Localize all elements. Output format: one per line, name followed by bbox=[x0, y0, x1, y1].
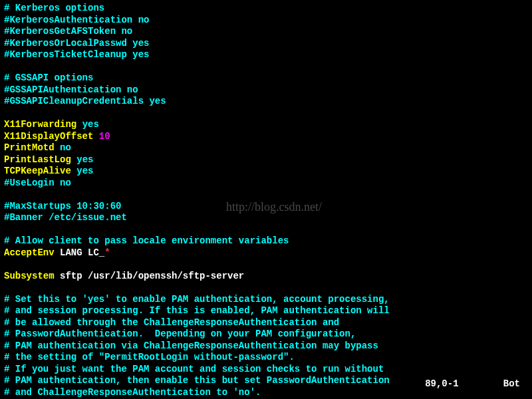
config-token: Subsystem bbox=[4, 271, 55, 281]
config-line bbox=[4, 259, 528, 271]
config-token: # If you just want the PAM account and s… bbox=[4, 364, 384, 374]
config-token: * bbox=[104, 247, 110, 258]
config-line: #GSSAPICleanupCredentials yes bbox=[4, 96, 528, 108]
config-token: # Kerberos options bbox=[4, 3, 104, 13]
config-token: #KerberosAuthentication no bbox=[4, 15, 149, 25]
config-token: X11Forwarding bbox=[4, 119, 76, 130]
terminal-editor-view[interactable]: # Kerberos options#KerberosAuthenticatio… bbox=[4, 3, 528, 399]
config-token: #KerberosOrLocalPasswd yes bbox=[4, 38, 149, 49]
config-token: PrintLastLog bbox=[4, 154, 71, 165]
config-token bbox=[71, 166, 76, 176]
config-token bbox=[93, 131, 98, 142]
vim-status-line: 89,0-1 Bot bbox=[414, 366, 520, 390]
config-line: # Allow client to pass locale environmen… bbox=[4, 235, 528, 247]
config-token bbox=[55, 142, 60, 153]
config-token: #MaxStartups 10:30:60 bbox=[4, 201, 121, 211]
config-token: # and ChallengeResponseAuthentication to… bbox=[4, 387, 261, 398]
config-line: # be allowed through the ChallengeRespon… bbox=[4, 317, 528, 329]
config-token: # PAM authentication via ChallengeRespon… bbox=[4, 340, 378, 351]
config-token: PrintMotd bbox=[4, 142, 55, 153]
config-token: sftp /usr/lib/openssh/sftp-server bbox=[55, 271, 245, 281]
config-line: #KerberosTicketCleanup yes bbox=[4, 49, 528, 61]
cursor-position: 89,0-1 bbox=[425, 378, 458, 389]
config-token: # the setting of "PermitRootLogin withou… bbox=[4, 352, 295, 362]
config-line: # GSSAPI options bbox=[4, 72, 528, 84]
config-line bbox=[4, 108, 528, 120]
config-token bbox=[76, 119, 82, 130]
config-line: # and session processing. If this is ena… bbox=[4, 305, 528, 317]
config-line: Subsystem sftp /usr/lib/openssh/sftp-ser… bbox=[4, 271, 528, 283]
config-token: AcceptEnv bbox=[4, 247, 55, 258]
config-token bbox=[71, 154, 76, 165]
config-token: # PasswordAuthentication. Depending on y… bbox=[4, 329, 356, 339]
config-token: #KerberosTicketCleanup yes bbox=[4, 49, 149, 60]
config-token: no bbox=[60, 142, 71, 153]
config-line bbox=[4, 282, 528, 294]
config-line: TCPKeepAlive yes bbox=[4, 166, 528, 178]
config-token: # and session processing. If this is ena… bbox=[4, 305, 390, 316]
config-token: TCPKeepAlive bbox=[4, 166, 71, 176]
config-line bbox=[4, 189, 528, 201]
config-line bbox=[4, 224, 528, 236]
config-token: # Allow client to pass locale environmen… bbox=[4, 235, 289, 246]
config-token: #UseLogin no bbox=[4, 178, 71, 188]
config-line: X11DisplayOffset 10 bbox=[4, 131, 528, 143]
config-line: # Set this to 'yes' to enable PAM authen… bbox=[4, 294, 528, 306]
config-token: yes bbox=[76, 154, 93, 165]
config-line: #KerberosAuthentication no bbox=[4, 15, 528, 27]
config-line: PrintLastLog yes bbox=[4, 154, 528, 166]
config-line: #KerberosGetAFSToken no bbox=[4, 26, 528, 38]
config-line: PrintMotd no bbox=[4, 142, 528, 154]
config-token: LANG LC_ bbox=[55, 247, 105, 258]
config-token: yes bbox=[76, 166, 93, 176]
config-line: # the setting of "PermitRootLogin withou… bbox=[4, 352, 528, 364]
config-token: #KerberosGetAFSToken no bbox=[4, 26, 132, 37]
config-token: #Banner /etc/issue.net bbox=[4, 212, 127, 223]
config-line: AcceptEnv LANG LC_* bbox=[4, 247, 528, 259]
config-token: # PAM authentication, then enable this b… bbox=[4, 375, 390, 386]
config-token: X11DisplayOffset bbox=[4, 131, 93, 142]
config-line: # Kerberos options bbox=[4, 3, 528, 15]
config-token: #GSSAPIAuthentication no bbox=[4, 84, 138, 95]
config-line: #GSSAPIAuthentication no bbox=[4, 84, 528, 96]
config-line: #MaxStartups 10:30:60 bbox=[4, 201, 528, 213]
config-line: # PasswordAuthentication. Depending on y… bbox=[4, 329, 528, 340]
config-line: #Banner /etc/issue.net bbox=[4, 212, 528, 224]
config-line: X11Forwarding yes bbox=[4, 119, 528, 131]
config-token: # GSSAPI options bbox=[4, 72, 93, 83]
config-line: #UseLogin no bbox=[4, 178, 528, 190]
config-token: # Set this to 'yes' to enable PAM authen… bbox=[4, 294, 390, 305]
config-line: #KerberosOrLocalPasswd yes bbox=[4, 38, 528, 50]
config-token: # be allowed through the ChallengeRespon… bbox=[4, 317, 339, 328]
config-token: #GSSAPICleanupCredentials yes bbox=[4, 96, 166, 106]
file-position: Bot bbox=[503, 378, 520, 389]
config-line: # PAM authentication via ChallengeRespon… bbox=[4, 340, 528, 352]
config-token: yes bbox=[82, 119, 99, 130]
config-line bbox=[4, 61, 528, 73]
config-token: 10 bbox=[99, 131, 110, 142]
